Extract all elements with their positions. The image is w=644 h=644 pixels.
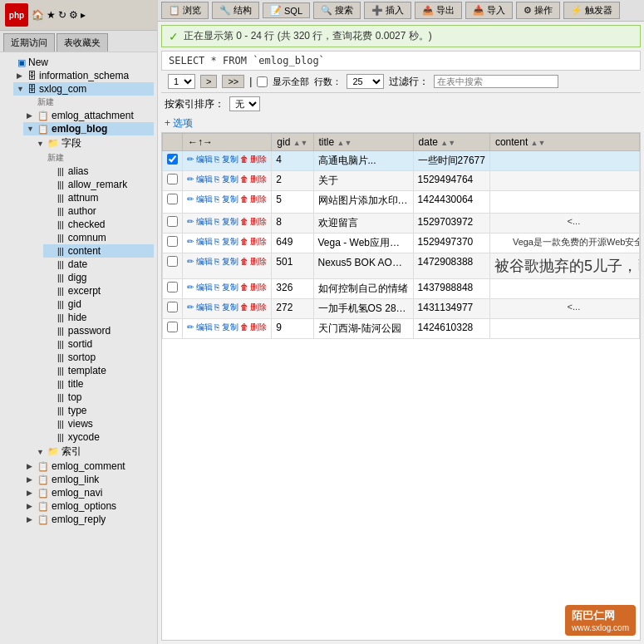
sort-select[interactable]: 无: [229, 96, 260, 111]
sidebar-item-sxlog-new[interactable]: 新建: [23, 96, 154, 109]
col-content[interactable]: content ▲▼: [489, 134, 639, 151]
edit-btn[interactable]: ✏ 编辑: [187, 302, 213, 313]
sidebar-field-author[interactable]: |||author: [43, 204, 154, 218]
col-excerpt[interactable]: excerpt ▲▼: [639, 134, 641, 151]
sidebar-item-new[interactable]: ▣ New: [3, 56, 154, 69]
sidebar-field-content[interactable]: |||content: [43, 244, 154, 258]
delete-btn[interactable]: 🗑 删除: [240, 322, 268, 333]
sidebar-field-sortid[interactable]: |||sortid: [43, 337, 154, 351]
copy-btn[interactable]: ⎘ 复制: [214, 216, 238, 228]
copy-btn[interactable]: ⎘ 复制: [214, 194, 238, 205]
delete-btn[interactable]: 🗑 删除: [240, 302, 268, 313]
delete-btn[interactable]: 🗑 删除: [240, 216, 268, 228]
copy-btn[interactable]: ⎘ 复制: [214, 256, 238, 268]
copy-btn[interactable]: ⎘ 复制: [214, 154, 238, 165]
next-page-btn[interactable]: >: [200, 75, 217, 88]
delete-btn[interactable]: 🗑 删除: [240, 282, 268, 293]
copy-btn[interactable]: ⎘ 复制: [214, 322, 238, 333]
show-all-checkbox[interactable]: [257, 76, 268, 87]
row-count-select[interactable]: 2550100: [347, 74, 384, 89]
copy-btn[interactable]: ⎘ 复制: [214, 282, 238, 293]
sidebar-field-attnum[interactable]: |||attnum: [43, 191, 154, 204]
delete-btn[interactable]: 🗑 删除: [240, 236, 268, 248]
row-checkbox[interactable]: [167, 154, 178, 165]
sidebar-field-template[interactable]: |||template: [43, 364, 154, 377]
sidebar-item-sxlog-com[interactable]: ▼ 🗄 sxlog_com: [13, 82, 154, 96]
toolbar-structure[interactable]: 🔧 结构: [212, 2, 259, 19]
edit-btn[interactable]: ✏ 编辑: [187, 154, 213, 165]
reload-icon[interactable]: ↻: [58, 9, 66, 21]
row-checkbox[interactable]: [167, 302, 178, 312]
sidebar-item-emlog-attachment[interactable]: ▶ 📋 emlog_attachment: [23, 109, 154, 122]
row-checkbox[interactable]: [167, 216, 178, 227]
tab-recent[interactable]: 近期访问: [3, 33, 55, 52]
col-gid[interactable]: gid ▲▼: [272, 134, 313, 151]
sidebar-field-gid[interactable]: |||gid: [43, 297, 154, 311]
edit-btn[interactable]: ✏ 编辑: [187, 194, 213, 205]
sidebar-field-new[interactable]: 新建: [33, 151, 154, 165]
sidebar-item-emlog-options[interactable]: ▶ 📋 emlog_options: [23, 499, 154, 513]
edit-btn[interactable]: ✏ 编辑: [187, 174, 213, 185]
copy-btn[interactable]: ⎘ 复制: [214, 236, 238, 248]
filter-input[interactable]: [434, 75, 558, 88]
sidebar-item-emlog-comment[interactable]: ▶ 📋 emlog_comment: [23, 460, 154, 473]
edit-btn[interactable]: ✏ 编辑: [187, 322, 213, 333]
home-icon[interactable]: 🏠: [32, 9, 44, 21]
row-checkbox[interactable]: [167, 322, 178, 332]
more-icon[interactable]: ▸: [81, 9, 86, 21]
tab-favorites[interactable]: 表收藏夹: [57, 33, 108, 52]
col-title[interactable]: title ▲▼: [313, 134, 413, 151]
delete-btn[interactable]: 🗑 删除: [240, 194, 268, 205]
table-row: ✏ 编辑 ⎘ 复制 🗑 删除 2 关于 1529494764: [163, 171, 642, 191]
sidebar-field-hide[interactable]: |||hide: [43, 311, 154, 324]
toolbar-import[interactable]: 📥 导入: [465, 2, 513, 19]
sidebar-item-emlog-reply[interactable]: ▶ 📋 emlog_reply: [23, 513, 154, 526]
edit-btn[interactable]: ✏ 编辑: [187, 216, 213, 228]
edit-btn[interactable]: ✏ 编辑: [187, 236, 213, 248]
delete-btn[interactable]: 🗑 删除: [240, 256, 268, 268]
toolbar-search[interactable]: 🔍 搜索: [313, 2, 361, 19]
options-link[interactable]: + 选项: [165, 117, 193, 129]
col-date[interactable]: date ▲▼: [413, 134, 489, 151]
toolbar-insert[interactable]: ➕ 插入: [364, 2, 411, 19]
row-checkbox[interactable]: [167, 256, 178, 267]
page-select[interactable]: 1: [168, 74, 195, 89]
copy-btn[interactable]: ⎘ 复制: [214, 174, 238, 185]
sidebar-item-information-schema[interactable]: ▶ 🗄 information_schema: [13, 69, 154, 82]
sidebar-field-digg[interactable]: |||digg: [43, 271, 154, 284]
sidebar-field-comnum[interactable]: |||comnum: [43, 231, 154, 244]
row-checkbox[interactable]: [167, 282, 178, 293]
edit-btn[interactable]: ✏ 编辑: [187, 282, 213, 293]
sidebar-field-sortop[interactable]: |||sortop: [43, 351, 154, 364]
copy-btn[interactable]: ⎘ 复制: [214, 302, 238, 313]
toolbar-sql[interactable]: 📝 SQL: [263, 2, 310, 18]
options-bar[interactable]: + 选项: [158, 115, 644, 132]
settings-icon[interactable]: ⚙: [69, 9, 78, 21]
delete-btn[interactable]: 🗑 删除: [240, 154, 268, 165]
row-checkbox[interactable]: [167, 174, 178, 184]
bookmark-icon[interactable]: ★: [47, 9, 56, 21]
sidebar-field-top[interactable]: |||top: [43, 391, 154, 404]
sidebar-field-alias[interactable]: |||alias: [43, 165, 154, 178]
sidebar-field-title[interactable]: |||title: [43, 377, 154, 391]
sidebar-field-type[interactable]: |||type: [43, 404, 154, 417]
sidebar-item-emlog-link[interactable]: ▶ 📋 emlog_link: [23, 473, 154, 486]
toolbar-export[interactable]: 📤 导出: [415, 2, 462, 19]
sidebar-field-allow_remark[interactable]: |||allow_remark: [43, 178, 154, 191]
sidebar-field-xycode[interactable]: |||xycode: [43, 430, 154, 444]
sidebar-field-views[interactable]: |||views: [43, 417, 154, 430]
toolbar-browse[interactable]: 📋 浏览: [161, 2, 209, 19]
delete-btn[interactable]: 🗑 删除: [240, 174, 268, 185]
sidebar-field-checked[interactable]: |||checked: [43, 218, 154, 231]
row-checkbox[interactable]: [167, 194, 178, 204]
edit-btn[interactable]: ✏ 编辑: [187, 256, 213, 268]
sidebar-field-excerpt[interactable]: |||excerpt: [43, 284, 154, 297]
row-checkbox[interactable]: [167, 236, 178, 247]
sidebar-item-emlog-blog[interactable]: ▼ 📋 emlog_blog: [23, 122, 154, 135]
sidebar-item-emlog-navi[interactable]: ▶ 📋 emlog_navi: [23, 486, 154, 499]
last-page-btn[interactable]: >>: [222, 75, 244, 88]
sidebar-field-date[interactable]: |||date: [43, 258, 154, 271]
toolbar-operations[interactable]: ⚙ 操作: [516, 2, 560, 19]
sidebar-field-password[interactable]: |||password: [43, 324, 154, 337]
toolbar-triggers[interactable]: ⚡ 触发器: [563, 2, 620, 19]
